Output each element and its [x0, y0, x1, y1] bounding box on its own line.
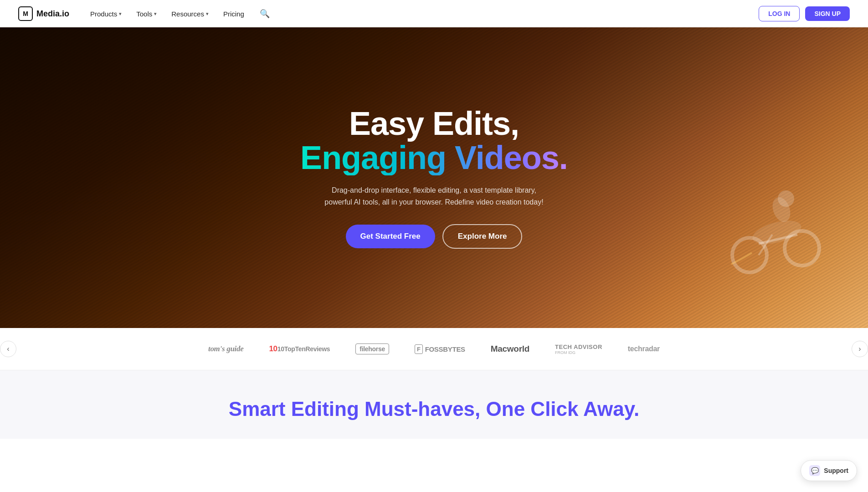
hero-title-line2: Engaging Videos.: [300, 141, 568, 175]
bottom-teaser-title: Smart Editing Must-haves, One Click Away…: [18, 398, 850, 420]
signup-button[interactable]: SIGN UP: [805, 6, 850, 21]
logo-text: Media.io: [36, 9, 69, 19]
bottom-teaser-section: Smart Editing Must-haves, One Click Away…: [0, 370, 868, 439]
press-logo-techradar: techradar: [628, 345, 660, 353]
nav-items: Products ▾ Tools ▾ Resources ▾ Pricing 🔍: [84, 5, 759, 22]
svg-point-1: [778, 190, 794, 207]
hero-content: Easy Edits, Engaging Videos. Drag-and-dr…: [291, 107, 577, 249]
chevron-down-icon: ▾: [154, 11, 157, 17]
press-logo-macworld: Macworld: [491, 344, 529, 354]
search-icon: 🔍: [260, 9, 270, 18]
explore-more-button[interactable]: Explore More: [442, 224, 523, 249]
nav-products[interactable]: Products ▾: [84, 6, 128, 21]
press-logo-filehorse: filehorse: [355, 343, 389, 354]
hero-subtitle: Drag-and-drop interface, flexible editin…: [320, 184, 548, 208]
press-prev-button[interactable]: ‹: [0, 341, 16, 357]
main-nav: M Media.io Products ▾ Tools ▾ Resources …: [0, 0, 868, 27]
hero-cta-buttons: Get Started Free Explore More: [300, 224, 568, 249]
press-logo-fossbytes: F FOSSBYTES: [415, 344, 465, 354]
press-logo-techadvisor: TECH ADVISOR FROM IDG: [555, 343, 602, 355]
press-next-button[interactable]: ›: [852, 341, 868, 357]
nav-pricing[interactable]: Pricing: [217, 6, 251, 21]
nav-resources[interactable]: Resources ▾: [165, 6, 215, 21]
nav-auth-buttons: LOG IN SIGN UP: [759, 6, 850, 21]
logo-icon: M: [18, 6, 33, 21]
press-logo-toptenreviews: 1010TopTenReviews: [269, 344, 330, 354]
get-started-button[interactable]: Get Started Free: [346, 225, 435, 248]
press-logo-tomsguide: tom's guide: [208, 344, 243, 354]
hero-section: Easy Edits, Engaging Videos. Drag-and-dr…: [0, 27, 868, 328]
search-button[interactable]: 🔍: [256, 5, 273, 22]
nav-tools[interactable]: Tools ▾: [130, 6, 163, 21]
chevron-down-icon: ▾: [206, 11, 209, 17]
hero-title-line1: Easy Edits,: [300, 107, 568, 141]
press-logos: tom's guide 1010TopTenReviews filehorse …: [16, 343, 852, 355]
chevron-down-icon: ▾: [119, 11, 122, 17]
hero-motorcycle: [722, 164, 822, 292]
site-logo[interactable]: M Media.io: [18, 6, 69, 21]
login-button[interactable]: LOG IN: [759, 6, 800, 21]
press-logos-strip: ‹ tom's guide 1010TopTenReviews filehors…: [0, 328, 868, 370]
